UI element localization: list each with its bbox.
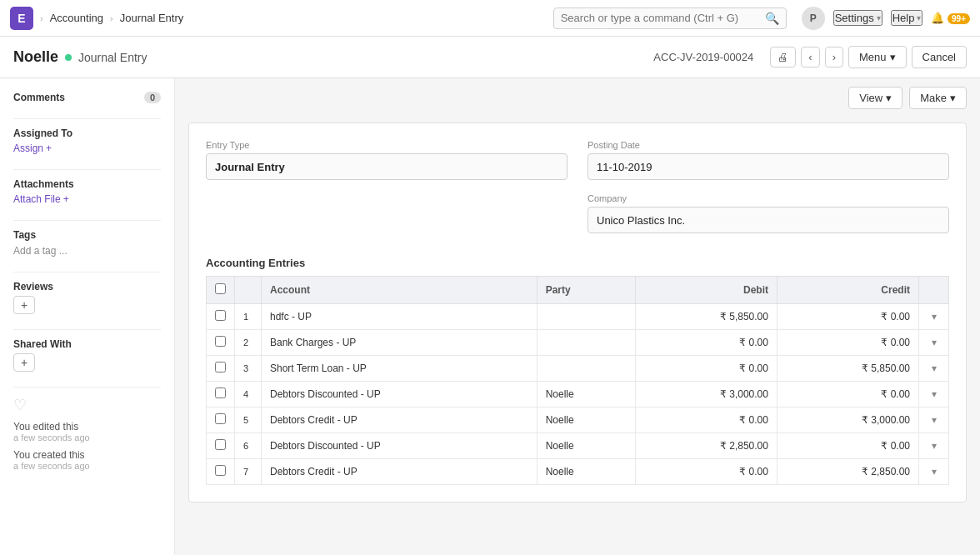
col-party: Party <box>537 277 635 304</box>
help-dropdown-arrow: ▾ <box>917 13 921 22</box>
row-account[interactable]: Debtors Credit - UP <box>262 459 538 485</box>
row-checkbox-cell <box>207 433 235 459</box>
user-avatar[interactable]: P <box>802 7 825 30</box>
table-row: 2 Bank Charges - UP ₹ 0.00 ₹ 0.00 ▾ <box>207 330 949 356</box>
select-all-checkbox[interactable] <box>215 283 226 294</box>
row-checkbox[interactable] <box>215 362 226 372</box>
activity-2-time: a few seconds ago <box>13 461 161 471</box>
row-debit: ₹ 0.00 <box>635 459 777 485</box>
breadcrumb-journal-entry[interactable]: Journal Entry <box>120 12 184 24</box>
assign-link[interactable]: Assign + <box>13 142 161 154</box>
sidebar-comments-section: Comments 0 <box>13 92 161 103</box>
content-area: View ▾ Make ▾ Entry Type Journal Entry P… <box>175 78 980 555</box>
heart-icon[interactable]: ♡ <box>13 396 161 414</box>
breadcrumb-chevron-2: › <box>110 13 113 23</box>
row-account[interactable]: hdfc - UP <box>262 304 538 330</box>
row-dropdown-icon[interactable]: ▾ <box>932 337 937 348</box>
attachments-label: Attachments <box>13 178 161 190</box>
row-dropdown-icon[interactable]: ▾ <box>932 466 937 478</box>
table-row: 5 Debtors Credit - UP Noelle ₹ 0.00 ₹ 3,… <box>207 408 949 433</box>
cancel-button[interactable]: Cancel <box>912 46 967 68</box>
row-dropdown-cell[interactable]: ▾ <box>919 408 949 433</box>
table-row: 1 hdfc - UP ₹ 5,850.00 ₹ 0.00 ▾ <box>207 304 949 330</box>
search-box[interactable]: 🔍 <box>553 8 787 29</box>
row-checkbox[interactable] <box>215 336 226 347</box>
settings-button[interactable]: Settings ▾ <box>833 10 882 26</box>
sidebar-tags-section: Tags Add a tag ... <box>13 229 161 257</box>
col-actions <box>919 277 949 304</box>
row-debit: ₹ 0.00 <box>635 356 777 382</box>
row-dropdown-cell[interactable]: ▾ <box>919 433 949 459</box>
next-button[interactable]: › <box>825 47 843 68</box>
table-row: 3 Short Term Loan - UP ₹ 0.00 ₹ 5,850.00… <box>207 356 949 382</box>
view-make-bar: View ▾ Make ▾ <box>175 78 980 109</box>
view-button[interactable]: View ▾ <box>848 87 902 109</box>
company-label: Company <box>588 193 949 203</box>
shared-add-button[interactable]: + <box>13 353 35 372</box>
col-credit: Credit <box>777 277 918 304</box>
entry-type-field: Entry Type Journal Entry <box>206 140 568 180</box>
row-dropdown-cell[interactable]: ▾ <box>919 304 949 330</box>
entry-type-value[interactable]: Journal Entry <box>206 153 568 180</box>
attach-plus-icon: + <box>63 193 69 205</box>
search-input[interactable] <box>561 12 760 24</box>
row-account[interactable]: Short Term Loan - UP <box>262 356 538 382</box>
help-button[interactable]: Help ▾ <box>891 10 923 26</box>
col-debit: Debit <box>635 277 777 304</box>
doc-header: Noelle Journal Entry ACC-JV-2019-00024 🖨… <box>0 37 980 78</box>
breadcrumb-accounting[interactable]: Accounting <box>50 12 103 24</box>
row-num: 2 <box>235 330 262 356</box>
row-checkbox-cell <box>207 330 235 356</box>
form-row-2: Company Unico Plastics Inc. <box>206 193 949 233</box>
row-account[interactable]: Debtors Credit - UP <box>262 408 538 433</box>
make-button[interactable]: Make ▾ <box>909 87 967 109</box>
notifications-bell[interactable]: 🔔 99+ <box>931 12 970 24</box>
row-party: Noelle <box>537 382 635 408</box>
print-button[interactable]: 🖨 <box>770 47 796 68</box>
row-account[interactable]: Bank Charges - UP <box>262 330 538 356</box>
row-account[interactable]: Debtors Discounted - UP <box>262 382 538 408</box>
row-checkbox[interactable] <box>215 465 226 476</box>
activity-1: You edited this a few seconds ago <box>13 421 161 442</box>
row-dropdown-icon[interactable]: ▾ <box>932 362 937 374</box>
divider-4 <box>13 272 161 272</box>
prev-button[interactable]: ‹ <box>801 47 819 68</box>
bell-icon: 🔔 <box>931 12 944 24</box>
row-checkbox[interactable] <box>215 413 226 424</box>
reviews-add-button[interactable]: + <box>13 296 35 314</box>
add-tag-label[interactable]: Add a tag ... <box>13 245 68 257</box>
row-party: Noelle <box>537 408 635 433</box>
company-field: Company Unico Plastics Inc. <box>588 193 949 233</box>
row-dropdown-cell[interactable]: ▾ <box>919 459 949 485</box>
company-value[interactable]: Unico Plastics Inc. <box>588 207 949 233</box>
doc-title-area: Noelle Journal Entry <box>13 48 148 66</box>
top-nav: E › Accounting › Journal Entry 🔍 P Setti… <box>0 0 980 37</box>
row-credit: ₹ 5,850.00 <box>777 356 918 382</box>
posting-date-value[interactable]: 11-10-2019 <box>588 153 949 180</box>
row-dropdown-cell[interactable]: ▾ <box>919 330 949 356</box>
menu-button[interactable]: Menu ▾ <box>848 46 907 68</box>
attach-file-link[interactable]: Attach File + <box>13 193 161 205</box>
row-dropdown-icon[interactable]: ▾ <box>932 414 937 426</box>
settings-dropdown-arrow: ▾ <box>877 13 881 22</box>
row-account[interactable]: Debtors Discounted - UP <box>262 433 538 459</box>
row-checkbox[interactable] <box>215 310 226 321</box>
col-num <box>235 277 262 304</box>
row-party <box>537 356 635 382</box>
sidebar-attachments-section: Attachments Attach File + <box>13 178 161 205</box>
doc-id: ACC-JV-2019-00024 <box>653 51 753 63</box>
row-checkbox[interactable] <box>215 439 226 450</box>
row-dropdown-cell[interactable]: ▾ <box>919 382 949 408</box>
row-num: 5 <box>235 408 262 433</box>
row-dropdown-icon[interactable]: ▾ <box>932 388 937 400</box>
row-credit: ₹ 0.00 <box>777 304 918 330</box>
row-credit: ₹ 0.00 <box>777 382 918 408</box>
row-num: 6 <box>235 433 262 459</box>
row-dropdown-cell[interactable]: ▾ <box>919 356 949 382</box>
menu-dropdown-arrow: ▾ <box>890 51 896 63</box>
main-layout: Comments 0 Assigned To Assign + Attachme… <box>0 78 980 555</box>
row-dropdown-icon[interactable]: ▾ <box>932 440 937 452</box>
row-dropdown-icon[interactable]: ▾ <box>932 311 937 322</box>
row-checkbox[interactable] <box>215 388 226 398</box>
accounting-entries-table: Account Party Debit Credit 1 hdfc - UP ₹… <box>206 276 949 485</box>
